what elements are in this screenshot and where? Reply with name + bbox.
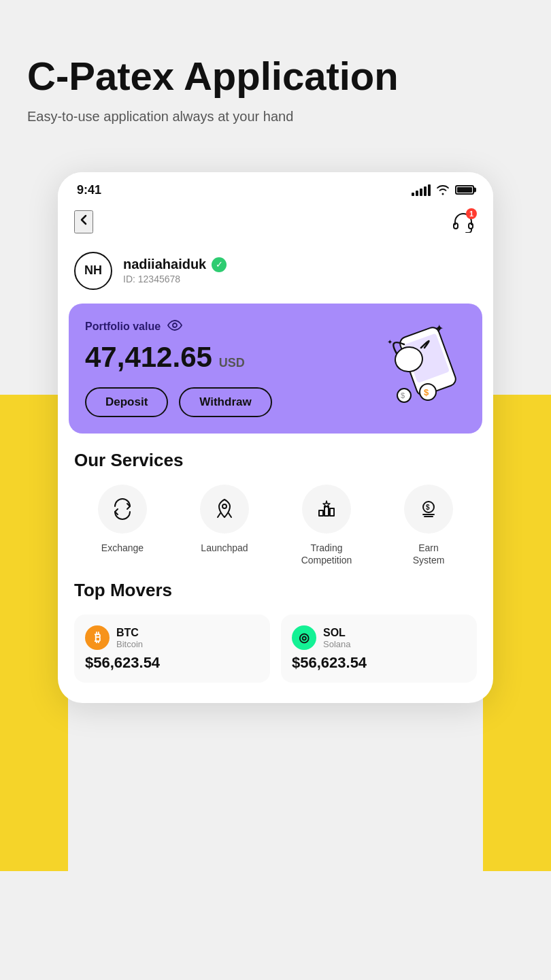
withdraw-button[interactable]: Withdraw xyxy=(179,387,271,417)
battery-icon xyxy=(455,185,474,195)
wifi-icon xyxy=(436,184,450,195)
yellow-band-right xyxy=(483,395,551,871)
trading-competition-icon xyxy=(316,498,337,520)
portfolio-currency: USD xyxy=(219,356,245,370)
btc-symbol: BTC xyxy=(116,627,143,639)
header-section: C-Patex Application Easy-to-use applicat… xyxy=(0,0,551,152)
service-item-trading-competition[interactable]: TradingCompetition xyxy=(278,485,375,566)
exchange-icon-circle xyxy=(98,485,147,534)
sol-price: $56,623.54 xyxy=(292,654,466,672)
sol-header: ◎ SOL Solana xyxy=(292,625,466,650)
portfolio-illustration: ✦ ✦ $ $ xyxy=(367,310,475,419)
page-title: C-Patex Application xyxy=(27,54,524,98)
nav-bar: 1 xyxy=(58,203,493,246)
profile-id: ID: 12345678 xyxy=(123,274,227,284)
profile-name-row: nadiiahaiduk ✓ xyxy=(123,257,227,272)
service-item-earn-system[interactable]: $ EarnSystem xyxy=(380,485,477,566)
launchpad-icon xyxy=(214,498,235,520)
verified-badge: ✓ xyxy=(212,257,227,272)
btc-price: $56,623.54 xyxy=(85,654,259,672)
services-section: Our Services Exchange xyxy=(58,450,493,580)
service-item-exchange[interactable]: Exchange xyxy=(74,485,171,566)
status-icons xyxy=(412,184,474,196)
btc-icon: ₿ xyxy=(85,625,110,650)
eye-icon[interactable] xyxy=(167,320,182,334)
launchpad-icon-circle xyxy=(200,485,249,534)
sol-fullname: Solana xyxy=(323,639,350,649)
earn-system-icon: $ xyxy=(418,498,439,520)
sol-name-col: SOL Solana xyxy=(323,627,350,649)
earn-system-label: EarnSystem xyxy=(413,542,445,566)
phone-mockup: 9:41 xyxy=(58,172,493,703)
deposit-button[interactable]: Deposit xyxy=(85,387,168,417)
notification-badge: 1 xyxy=(466,208,477,219)
profile-info: nadiiahaiduk ✓ ID: 12345678 xyxy=(123,257,227,284)
services-title: Our Services xyxy=(74,450,477,471)
top-movers-section: Top Movers ₿ BTC Bitcoin $56,623.54 ◎ xyxy=(58,580,493,683)
top-movers-title: Top Movers xyxy=(74,580,477,601)
movers-grid: ₿ BTC Bitcoin $56,623.54 ◎ SOL Solana xyxy=(74,615,477,683)
exchange-label: Exchange xyxy=(101,542,144,554)
btc-fullname: Bitcoin xyxy=(116,639,143,649)
services-grid: Exchange Launchpad xyxy=(74,485,477,566)
earn-system-icon-circle: $ xyxy=(404,485,453,534)
page-subtitle: Easy-to-use application always at your h… xyxy=(27,109,524,125)
signal-bars-icon xyxy=(412,184,431,196)
mover-card-btc[interactable]: ₿ BTC Bitcoin $56,623.54 xyxy=(74,615,270,683)
svg-text:✦: ✦ xyxy=(387,338,393,346)
back-button[interactable] xyxy=(74,210,93,233)
sol-symbol: SOL xyxy=(323,627,350,639)
svg-point-12 xyxy=(222,504,227,508)
mover-card-sol[interactable]: ◎ SOL Solana $56,623.54 xyxy=(281,615,477,683)
svg-text:$: $ xyxy=(401,391,405,399)
profile-section: NH nadiiahaiduk ✓ ID: 12345678 xyxy=(58,246,493,304)
svg-text:✦: ✦ xyxy=(435,323,444,334)
svg-point-2 xyxy=(173,323,177,327)
trading-competition-icon-circle xyxy=(302,485,351,534)
btc-header: ₿ BTC Bitcoin xyxy=(85,625,259,650)
support-button[interactable]: 1 xyxy=(450,208,477,235)
svg-rect-14 xyxy=(319,510,323,516)
profile-username: nadiiahaiduk xyxy=(123,257,206,272)
svg-text:$: $ xyxy=(424,387,429,397)
svg-text:$: $ xyxy=(426,504,430,511)
service-item-launchpad[interactable]: Launchpad xyxy=(176,485,273,566)
svg-rect-15 xyxy=(330,508,334,516)
portfolio-value: 47,412.65 xyxy=(85,341,212,374)
sol-icon: ◎ xyxy=(292,625,316,650)
avatar: NH xyxy=(74,252,112,290)
portfolio-card: Portfolio value 47,412.65 USD Deposit Wi… xyxy=(69,304,482,434)
launchpad-label: Launchpad xyxy=(201,542,248,554)
status-time: 9:41 xyxy=(77,183,101,197)
status-bar: 9:41 xyxy=(58,172,493,203)
btc-name-col: BTC Bitcoin xyxy=(116,627,143,649)
trading-competition-label: TradingCompetition xyxy=(301,542,352,566)
exchange-icon xyxy=(112,498,133,520)
